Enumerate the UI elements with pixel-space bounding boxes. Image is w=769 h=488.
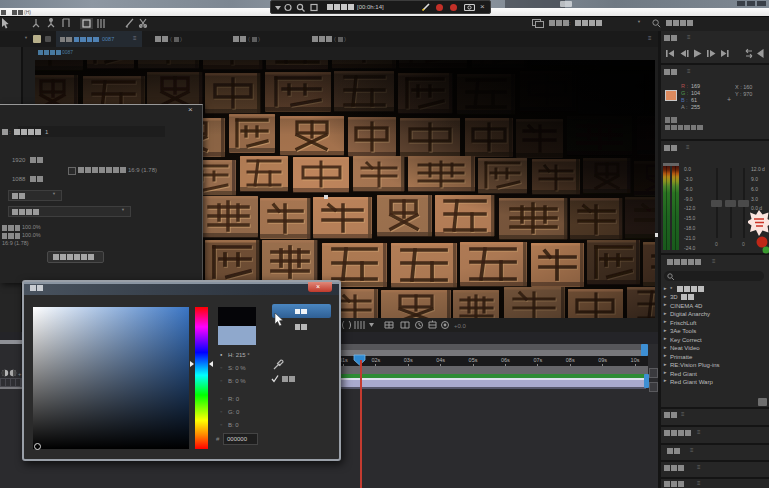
svg-text:+0.0: +0.0 (454, 323, 467, 329)
